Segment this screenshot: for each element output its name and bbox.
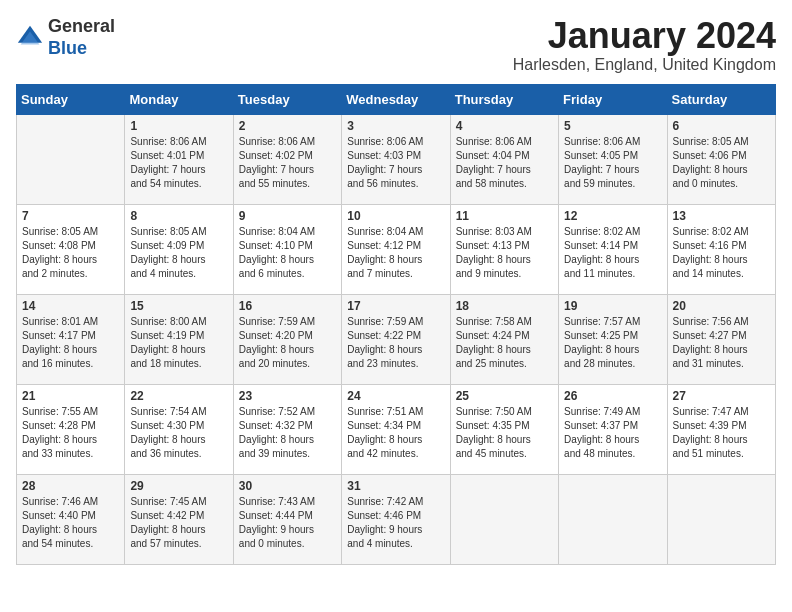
day-number: 15 — [130, 299, 227, 313]
day-number: 12 — [564, 209, 661, 223]
day-number: 20 — [673, 299, 770, 313]
page-header: General Blue January 2024 Harlesden, Eng… — [16, 16, 776, 74]
day-info: Sunrise: 8:04 AM Sunset: 4:10 PM Dayligh… — [239, 225, 336, 281]
day-number: 11 — [456, 209, 553, 223]
calendar-cell: 23Sunrise: 7:52 AM Sunset: 4:32 PM Dayli… — [233, 384, 341, 474]
calendar-cell: 30Sunrise: 7:43 AM Sunset: 4:44 PM Dayli… — [233, 474, 341, 564]
day-number: 25 — [456, 389, 553, 403]
calendar-cell: 15Sunrise: 8:00 AM Sunset: 4:19 PM Dayli… — [125, 294, 233, 384]
day-info: Sunrise: 8:06 AM Sunset: 4:02 PM Dayligh… — [239, 135, 336, 191]
day-info: Sunrise: 8:06 AM Sunset: 4:03 PM Dayligh… — [347, 135, 444, 191]
day-info: Sunrise: 7:42 AM Sunset: 4:46 PM Dayligh… — [347, 495, 444, 551]
calendar-cell: 11Sunrise: 8:03 AM Sunset: 4:13 PM Dayli… — [450, 204, 558, 294]
calendar-cell: 2Sunrise: 8:06 AM Sunset: 4:02 PM Daylig… — [233, 114, 341, 204]
calendar-cell: 31Sunrise: 7:42 AM Sunset: 4:46 PM Dayli… — [342, 474, 450, 564]
calendar-cell: 16Sunrise: 7:59 AM Sunset: 4:20 PM Dayli… — [233, 294, 341, 384]
calendar-cell: 12Sunrise: 8:02 AM Sunset: 4:14 PM Dayli… — [559, 204, 667, 294]
logo-text: General Blue — [48, 16, 115, 59]
header-sunday: Sunday — [17, 84, 125, 114]
calendar-cell: 25Sunrise: 7:50 AM Sunset: 4:35 PM Dayli… — [450, 384, 558, 474]
day-info: Sunrise: 7:52 AM Sunset: 4:32 PM Dayligh… — [239, 405, 336, 461]
day-info: Sunrise: 8:04 AM Sunset: 4:12 PM Dayligh… — [347, 225, 444, 281]
day-info: Sunrise: 7:56 AM Sunset: 4:27 PM Dayligh… — [673, 315, 770, 371]
day-info: Sunrise: 8:02 AM Sunset: 4:16 PM Dayligh… — [673, 225, 770, 281]
calendar-cell: 9Sunrise: 8:04 AM Sunset: 4:10 PM Daylig… — [233, 204, 341, 294]
logo: General Blue — [16, 16, 115, 59]
calendar-cell: 20Sunrise: 7:56 AM Sunset: 4:27 PM Dayli… — [667, 294, 775, 384]
day-info: Sunrise: 8:05 AM Sunset: 4:08 PM Dayligh… — [22, 225, 119, 281]
calendar-cell: 8Sunrise: 8:05 AM Sunset: 4:09 PM Daylig… — [125, 204, 233, 294]
day-info: Sunrise: 7:43 AM Sunset: 4:44 PM Dayligh… — [239, 495, 336, 551]
day-info: Sunrise: 7:54 AM Sunset: 4:30 PM Dayligh… — [130, 405, 227, 461]
calendar-cell: 27Sunrise: 7:47 AM Sunset: 4:39 PM Dayli… — [667, 384, 775, 474]
calendar-cell: 1Sunrise: 8:06 AM Sunset: 4:01 PM Daylig… — [125, 114, 233, 204]
calendar-subtitle: Harlesden, England, United Kingdom — [513, 56, 776, 74]
day-info: Sunrise: 7:46 AM Sunset: 4:40 PM Dayligh… — [22, 495, 119, 551]
day-number: 4 — [456, 119, 553, 133]
day-number: 2 — [239, 119, 336, 133]
calendar-cell — [559, 474, 667, 564]
calendar-week-row: 28Sunrise: 7:46 AM Sunset: 4:40 PM Dayli… — [17, 474, 776, 564]
calendar-cell: 10Sunrise: 8:04 AM Sunset: 4:12 PM Dayli… — [342, 204, 450, 294]
day-number: 21 — [22, 389, 119, 403]
header-thursday: Thursday — [450, 84, 558, 114]
calendar-cell: 5Sunrise: 8:06 AM Sunset: 4:05 PM Daylig… — [559, 114, 667, 204]
day-info: Sunrise: 7:49 AM Sunset: 4:37 PM Dayligh… — [564, 405, 661, 461]
calendar-cell: 17Sunrise: 7:59 AM Sunset: 4:22 PM Dayli… — [342, 294, 450, 384]
day-number: 1 — [130, 119, 227, 133]
day-number: 29 — [130, 479, 227, 493]
day-info: Sunrise: 7:59 AM Sunset: 4:22 PM Dayligh… — [347, 315, 444, 371]
day-number: 31 — [347, 479, 444, 493]
calendar-cell: 4Sunrise: 8:06 AM Sunset: 4:04 PM Daylig… — [450, 114, 558, 204]
calendar-cell: 7Sunrise: 8:05 AM Sunset: 4:08 PM Daylig… — [17, 204, 125, 294]
day-number: 30 — [239, 479, 336, 493]
calendar-week-row: 21Sunrise: 7:55 AM Sunset: 4:28 PM Dayli… — [17, 384, 776, 474]
calendar-cell: 29Sunrise: 7:45 AM Sunset: 4:42 PM Dayli… — [125, 474, 233, 564]
day-info: Sunrise: 7:57 AM Sunset: 4:25 PM Dayligh… — [564, 315, 661, 371]
header-saturday: Saturday — [667, 84, 775, 114]
day-number: 9 — [239, 209, 336, 223]
day-number: 27 — [673, 389, 770, 403]
calendar-week-row: 1Sunrise: 8:06 AM Sunset: 4:01 PM Daylig… — [17, 114, 776, 204]
header-wednesday: Wednesday — [342, 84, 450, 114]
day-info: Sunrise: 7:45 AM Sunset: 4:42 PM Dayligh… — [130, 495, 227, 551]
day-number: 14 — [22, 299, 119, 313]
day-info: Sunrise: 8:01 AM Sunset: 4:17 PM Dayligh… — [22, 315, 119, 371]
day-number: 3 — [347, 119, 444, 133]
day-number: 22 — [130, 389, 227, 403]
calendar-header: Sunday Monday Tuesday Wednesday Thursday… — [17, 84, 776, 114]
header-tuesday: Tuesday — [233, 84, 341, 114]
day-number: 16 — [239, 299, 336, 313]
logo-icon — [16, 24, 44, 52]
day-number: 17 — [347, 299, 444, 313]
header-row: Sunday Monday Tuesday Wednesday Thursday… — [17, 84, 776, 114]
day-info: Sunrise: 8:06 AM Sunset: 4:05 PM Dayligh… — [564, 135, 661, 191]
day-number: 28 — [22, 479, 119, 493]
title-block: January 2024 Harlesden, England, United … — [513, 16, 776, 74]
day-info: Sunrise: 7:47 AM Sunset: 4:39 PM Dayligh… — [673, 405, 770, 461]
calendar-cell — [17, 114, 125, 204]
calendar-cell: 21Sunrise: 7:55 AM Sunset: 4:28 PM Dayli… — [17, 384, 125, 474]
calendar-cell: 18Sunrise: 7:58 AM Sunset: 4:24 PM Dayli… — [450, 294, 558, 384]
calendar-cell — [450, 474, 558, 564]
day-info: Sunrise: 8:06 AM Sunset: 4:04 PM Dayligh… — [456, 135, 553, 191]
calendar-cell: 14Sunrise: 8:01 AM Sunset: 4:17 PM Dayli… — [17, 294, 125, 384]
day-info: Sunrise: 7:58 AM Sunset: 4:24 PM Dayligh… — [456, 315, 553, 371]
calendar-week-row: 7Sunrise: 8:05 AM Sunset: 4:08 PM Daylig… — [17, 204, 776, 294]
day-info: Sunrise: 8:05 AM Sunset: 4:09 PM Dayligh… — [130, 225, 227, 281]
day-number: 6 — [673, 119, 770, 133]
day-number: 26 — [564, 389, 661, 403]
day-info: Sunrise: 8:05 AM Sunset: 4:06 PM Dayligh… — [673, 135, 770, 191]
calendar-cell — [667, 474, 775, 564]
calendar-cell: 6Sunrise: 8:05 AM Sunset: 4:06 PM Daylig… — [667, 114, 775, 204]
day-info: Sunrise: 7:50 AM Sunset: 4:35 PM Dayligh… — [456, 405, 553, 461]
calendar-cell: 26Sunrise: 7:49 AM Sunset: 4:37 PM Dayli… — [559, 384, 667, 474]
calendar-cell: 28Sunrise: 7:46 AM Sunset: 4:40 PM Dayli… — [17, 474, 125, 564]
calendar-table: Sunday Monday Tuesday Wednesday Thursday… — [16, 84, 776, 565]
day-number: 10 — [347, 209, 444, 223]
day-number: 19 — [564, 299, 661, 313]
day-info: Sunrise: 8:03 AM Sunset: 4:13 PM Dayligh… — [456, 225, 553, 281]
header-monday: Monday — [125, 84, 233, 114]
header-friday: Friday — [559, 84, 667, 114]
day-number: 13 — [673, 209, 770, 223]
